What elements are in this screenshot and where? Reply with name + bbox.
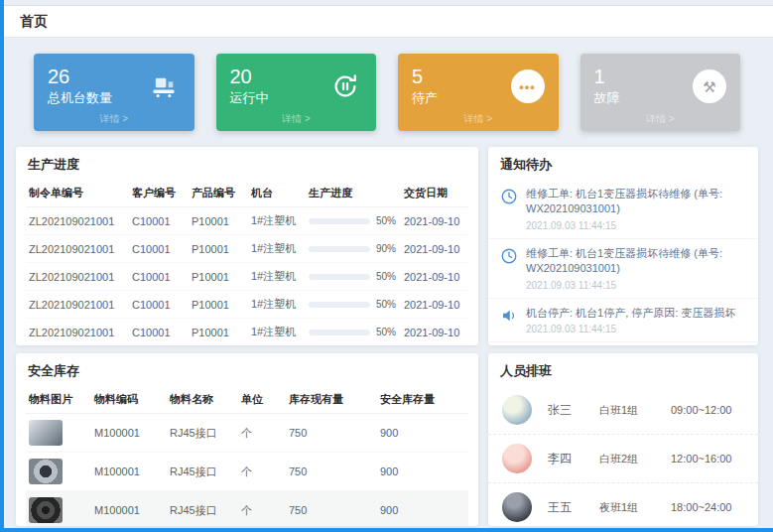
clock-icon (500, 188, 518, 205)
window-left-edge (0, 0, 4, 532)
notice-time: 2021.09.03 11:44:15 (526, 280, 746, 291)
cell-stock: 750 (286, 491, 377, 527)
cell-machine: 1#注塑机 (248, 263, 306, 291)
panel-title: 安全库存 (16, 353, 478, 386)
stat-card-total-machines[interactable]: 26 总机台数量 详情 > (34, 54, 194, 131)
cell-product: P10001 (189, 263, 248, 291)
cell-date: 2021-09-10 (401, 291, 468, 319)
cell-unit: 个 (238, 491, 286, 527)
notice-time: 2021.09.03 11:44:15 (526, 220, 746, 231)
window-bottom-edge (0, 528, 773, 532)
table-header-row: 制令单编号 客户编号 产品编号 机台 生产进度 交货日期 (26, 180, 468, 207)
column-header: 机台 (248, 180, 306, 207)
column-header: 物料图片 (26, 386, 91, 414)
cell-safety: 900 (377, 453, 468, 491)
column-header: 物料名称 (167, 386, 238, 414)
progress-percent: 50% (376, 299, 396, 310)
cell-code: M100001 (91, 453, 167, 491)
staff-name: 李四 (548, 451, 599, 467)
cell-code: M100001 (91, 491, 167, 527)
staff-shift: 白班1组 (599, 403, 671, 418)
cell-progress: 50% (306, 291, 401, 319)
topbar: 首页 (4, 5, 773, 38)
stat-value: 1 (594, 66, 620, 87)
column-header: 物料编码 (91, 386, 167, 414)
cell-progress: 50% (306, 319, 401, 346)
staff-name: 张三 (548, 402, 599, 419)
cell-stock: 750 (286, 453, 377, 491)
material-image (29, 420, 63, 446)
column-header: 单位 (238, 386, 286, 414)
notice-item[interactable]: 维修工单: 机台1变压器损坏待维修 (单号: WX202109031001) 2… (488, 239, 758, 299)
stat-card-fault[interactable]: 1 故障 ⚒ 详情 > (580, 54, 741, 131)
cell-stock: 750 (286, 414, 377, 453)
table-header-row: 物料图片 物料编码 物料名称 单位 库存现有量 安全库存量 (26, 386, 468, 414)
table-row: ZL202109021001 C10001 P10001 1#注塑机 50% 2… (26, 263, 468, 291)
table-row: M100001 RJ45接口 个 750 900 (26, 491, 468, 527)
detail-link[interactable]: 详情 > (398, 112, 559, 126)
cell-product: P10001 (189, 319, 248, 346)
cell-order: ZL202109021001 (26, 263, 129, 291)
cell-product: P10001 (189, 235, 248, 263)
column-header: 库存现有量 (286, 386, 377, 414)
detail-link[interactable]: 详情 > (216, 112, 377, 126)
panel-title: 生产进度 (16, 147, 478, 180)
stat-value: 5 (412, 66, 438, 87)
progress-percent: 50% (376, 327, 396, 337)
cell-safety: 900 (377, 414, 468, 453)
progress-bar (309, 274, 370, 280)
progress-percent: 50% (376, 271, 396, 282)
detail-link[interactable]: 详情 > (580, 112, 741, 126)
cell-order: ZL202109021001 (26, 291, 129, 319)
cell-progress: 90% (306, 235, 401, 263)
stat-card-waiting[interactable]: 5 待产 ••• 详情 > (398, 54, 559, 131)
notice-item[interactable]: 维修工单: 机台1变压器损坏待维修 (单号: WX202109031001) 2… (488, 180, 758, 239)
cell-date: 2021-09-10 (401, 235, 468, 263)
column-header: 产品编号 (189, 180, 248, 207)
cell-date: 2021-09-10 (401, 263, 468, 291)
table-row: ZL202109021001 C10001 P10001 1#注塑机 90% 2… (26, 235, 468, 263)
panel-title: 通知待办 (488, 147, 758, 180)
cell-customer: C10001 (129, 263, 189, 291)
cell-name: RJ45接口 (167, 453, 238, 491)
cell-customer: C10001 (129, 235, 189, 263)
avatar (502, 492, 532, 522)
inventory-table: 物料图片 物料编码 物料名称 单位 库存现有量 安全库存量 M100001 RJ… (26, 386, 468, 526)
cell-unit: 个 (238, 453, 286, 491)
schedule-row: 王五 夜班1组 18:00~24:00 (488, 483, 758, 526)
table-row: ZL202109021001 C10001 P10001 1#注塑机 50% 2… (26, 319, 468, 346)
cell-image (26, 491, 91, 527)
cell-progress: 50% (306, 207, 401, 235)
notice-item[interactable]: 计划暂停: 机台1生产计划已暂停 2021.09.03 11:44:15 (488, 342, 758, 345)
progress-bar (309, 218, 370, 224)
staff-schedule-panel: 人员排班 张三 白班1组 09:00~12:00 李四 白班2组 12:00~1… (488, 353, 758, 526)
cell-code: M100001 (91, 414, 167, 453)
notice-item[interactable]: 机台停产: 机台1停产, 停产原因: 变压器损坏 2021.09.03 11:4… (488, 299, 758, 342)
cell-unit: 个 (238, 414, 286, 453)
staff-time: 09:00~12:00 (671, 404, 731, 416)
material-image (29, 459, 63, 484)
material-image (29, 497, 63, 523)
stat-card-running[interactable]: 20 运行中 详情 > (216, 54, 377, 131)
cell-order: ZL202109021001 (26, 235, 129, 263)
tools-icon: ⚒ (693, 69, 726, 103)
progress-bar (309, 302, 370, 308)
cell-name: RJ45接口 (167, 491, 238, 527)
cell-product: P10001 (189, 291, 248, 319)
staff-name: 王五 (548, 499, 599, 516)
safety-stock-panel: 安全库存 物料图片 物料编码 物料名称 单位 库存现有量 安全库存量 M1000… (16, 353, 478, 526)
cell-machine: 1#注塑机 (248, 207, 306, 235)
cell-machine: 1#注塑机 (248, 291, 306, 319)
clock-icon (500, 247, 518, 265)
stat-label: 待产 (412, 89, 438, 107)
ellipsis-icon: ••• (511, 69, 545, 103)
detail-link[interactable]: 详情 > (34, 112, 194, 126)
column-header: 客户编号 (129, 180, 189, 207)
stat-label: 运行中 (230, 89, 269, 107)
cell-safety: 900 (377, 491, 468, 527)
tab-home[interactable]: 首页 (20, 13, 48, 31)
avatar (502, 395, 532, 425)
panel-title: 人员排班 (488, 353, 758, 386)
table-row: M100001 RJ45接口 个 750 900 (26, 414, 468, 453)
staff-time: 12:00~16:00 (671, 453, 731, 465)
